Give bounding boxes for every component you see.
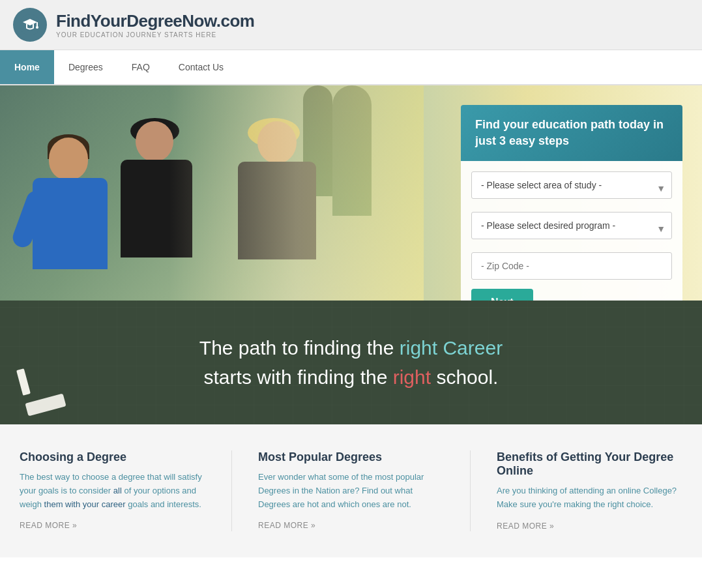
desired-program-wrapper: - Please select desired program - ▼ [471, 212, 672, 246]
area-of-study-select[interactable]: - Please select area of study - [471, 171, 672, 199]
nav-home[interactable]: Home [0, 50, 54, 84]
card-choosing-degree: Choosing a Degree The best way to choose… [20, 450, 205, 531]
highlight-career: right Career [400, 337, 503, 359]
card-2-read-more[interactable]: READ MORE » [258, 521, 315, 530]
card-1-title: Choosing a Degree [20, 450, 205, 464]
nav-degrees[interactable]: Degrees [54, 50, 117, 84]
card-popular-degrees: Most Popular Degrees Ever wonder what so… [258, 450, 444, 531]
zip-code-input[interactable] [471, 252, 672, 280]
nav-faq[interactable]: FAQ [117, 50, 164, 84]
chalkboard-section: The path to finding the right Career sta… [0, 301, 702, 424]
hero-section: Find your education path today in just 3… [0, 85, 702, 301]
next-button[interactable]: Next [471, 289, 533, 301]
card-1-read-more[interactable]: READ MORE » [20, 521, 77, 530]
card-3-read-more[interactable]: READ MORE » [497, 522, 554, 531]
card-online-degree: Benefits of Getting Your Degree Online A… [497, 450, 682, 531]
area-of-study-wrapper: - Please select area of study - ▼ [471, 171, 672, 205]
form-body: - Please select area of study - ▼ - Plea… [461, 161, 682, 301]
info-cards-section: Choosing a Degree The best way to choose… [0, 424, 702, 557]
card-2-title: Most Popular Degrees [258, 450, 444, 464]
eraser-decoration [25, 394, 66, 417]
highlight-right: right [393, 366, 431, 388]
chalkboard-text: The path to finding the right Career sta… [199, 333, 503, 392]
card-3-title: Benefits of Getting Your Degree Online [497, 450, 682, 478]
site-header: FindYourDegreeNow.com YOUR EDUCATION JOU… [0, 0, 702, 50]
card-2-body: Ever wonder what some of the most popula… [258, 471, 444, 511]
svg-point-2 [36, 26, 38, 29]
site-tagline: YOUR EDUCATION JOURNEY STARTS HERE [56, 31, 254, 38]
education-form-panel: Find your education path today in just 3… [461, 105, 682, 301]
site-name: FindYourDegreeNow.com [56, 11, 254, 31]
main-nav: Home Degrees FAQ Contact Us [0, 50, 702, 85]
card-1-body: The best way to choose a degree that wil… [20, 471, 205, 511]
logo-icon [13, 8, 47, 42]
form-title: Find your education path today in just 3… [475, 118, 664, 147]
desired-program-select[interactable]: - Please select desired program - [471, 212, 672, 239]
form-header: Find your education path today in just 3… [461, 105, 682, 161]
card-divider-2 [470, 450, 471, 531]
nav-contact[interactable]: Contact Us [164, 50, 238, 84]
card-divider-1 [231, 450, 232, 531]
card-3-body: Are you thinking of attending an online … [497, 484, 682, 512]
logo-text: FindYourDegreeNow.com YOUR EDUCATION JOU… [56, 11, 254, 38]
hero-image [0, 85, 424, 301]
chalk-decoration [16, 368, 31, 396]
